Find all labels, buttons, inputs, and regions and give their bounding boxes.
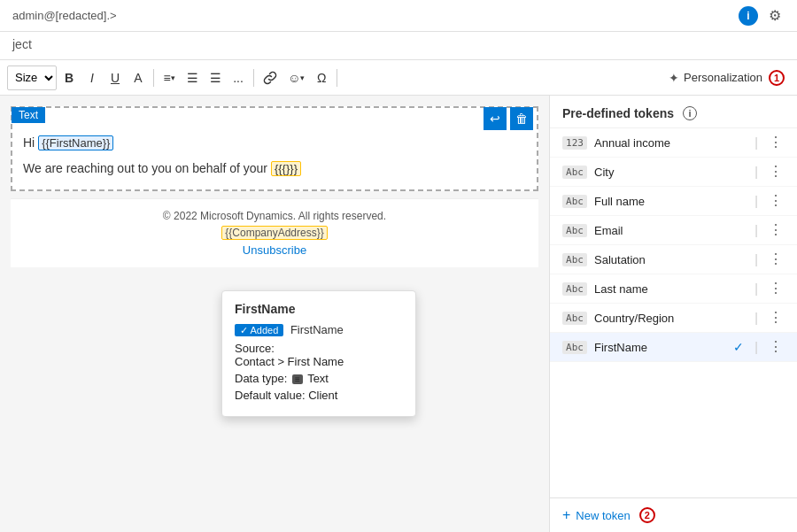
font-color-button[interactable]: A (128, 66, 149, 90)
source-value: Contact > First Name (235, 355, 344, 368)
datatype-label: Data type: (235, 372, 287, 385)
new-token-plus-icon: + (562, 507, 570, 523)
token-separator: | (754, 281, 758, 296)
align-button[interactable]: ≡▾ (159, 66, 180, 90)
unordered-list-button[interactable]: ☰ (205, 66, 226, 90)
token-separator: | (754, 194, 758, 208)
token-name: Full name (594, 195, 746, 208)
toolbar-sep-2 (253, 69, 254, 87)
token-name: FirstName (594, 341, 726, 354)
token-type-icon: 123 (562, 136, 587, 150)
token-type-icon: Abc (562, 253, 587, 266)
token-item[interactable]: AbcCity|⋮ (550, 158, 797, 187)
block-actions: ↩ 🗑 (484, 107, 533, 130)
token-type-icon: Abc (562, 312, 587, 325)
token-item[interactable]: AbcFull name|⋮ (550, 187, 797, 216)
panel-title: Pre-defined tokens (562, 106, 674, 120)
default-value: Client (308, 389, 337, 402)
datatype-icon: ≡ (292, 374, 303, 384)
personalization-badge: 1 (769, 70, 785, 86)
email-content[interactable]: Hi {{FirstName}} We are reaching out to … (12, 108, 537, 189)
token-separator: | (754, 340, 758, 354)
token-menu-button[interactable]: ⋮ (767, 281, 785, 296)
right-panel: Pre-defined tokens i 123Annual income|⋮A… (549, 96, 797, 532)
main-area: Text ↩ 🗑 Hi {{FirstName}} We are reachin… (0, 96, 797, 532)
email-footer: © 2022 Microsoft Dynamics. All rights re… (11, 198, 538, 267)
token-check-icon: ✓ (733, 340, 744, 354)
subject-bar: ject (0, 32, 797, 60)
token-name: Country/Region (594, 312, 746, 325)
block-back-button[interactable]: ↩ (484, 107, 507, 130)
token-name: Email (594, 224, 746, 237)
tooltip-title: FirstName (235, 302, 403, 316)
size-select[interactable]: Size (7, 66, 57, 90)
token-separator: | (754, 311, 758, 325)
token-item[interactable]: AbcEmail|⋮ (550, 216, 797, 245)
hi-text: Hi (23, 135, 38, 150)
firstname-token[interactable]: {{FirstName}} (38, 135, 113, 150)
toolbar-sep-1 (153, 69, 154, 87)
token-menu-button[interactable]: ⋮ (767, 223, 785, 237)
ordered-list-button[interactable]: ☰ (182, 66, 203, 90)
user-email: admin@[redacted].> (12, 9, 117, 22)
more-button[interactable]: ... (228, 66, 249, 90)
text-block[interactable]: Text ↩ 🗑 Hi {{FirstName}} We are reachin… (11, 106, 538, 191)
token-type-icon: Abc (562, 224, 587, 237)
panel-info-icon[interactable]: i (683, 106, 697, 120)
source-label: Source: (235, 342, 275, 355)
token-name: Salutation (594, 253, 746, 266)
italic-button[interactable]: I (81, 66, 103, 90)
link-button[interactable] (259, 66, 282, 90)
gear-icon[interactable]: ⚙ (765, 6, 785, 26)
personalization-icon: ✦ (669, 71, 679, 85)
tooltip-default-row: Default value: Client (235, 389, 403, 402)
email-line-2: We are reaching out to you on behalf of … (23, 158, 526, 179)
token-name: Last name (594, 282, 746, 296)
token-menu-button[interactable]: ⋮ (767, 194, 785, 208)
added-value: FirstName (290, 323, 344, 336)
top-bar: admin@[redacted].> i ⚙ (0, 0, 797, 32)
personalization-label: Personalization (684, 71, 762, 84)
token-list: 123Annual income|⋮AbcCity|⋮AbcFull name|… (550, 128, 797, 497)
token-menu-button[interactable]: ⋮ (767, 252, 785, 266)
subject-label: ject (12, 37, 32, 51)
token-item[interactable]: AbcLast name|⋮ (550, 274, 797, 304)
personalization-button[interactable]: ✦ Personalization 1 (663, 67, 790, 89)
token-item[interactable]: AbcSalutation|⋮ (550, 245, 797, 274)
new-token-label: New token (576, 509, 630, 522)
block-delete-button[interactable]: 🗑 (510, 107, 533, 130)
token-separator: | (754, 223, 758, 237)
tooltip-added-row: ✓ Added FirstName (235, 323, 403, 336)
token-type-icon: Abc (562, 341, 587, 354)
toolbar-sep-3 (337, 69, 337, 87)
token-type-icon: Abc (562, 282, 587, 296)
company-address-token[interactable]: {{CompanyAddress}} (221, 226, 327, 240)
token-item[interactable]: AbcFirstName✓|⋮ (550, 333, 797, 362)
token-menu-button[interactable]: ⋮ (767, 340, 785, 354)
token-type-icon: Abc (562, 195, 587, 208)
tooltip-datatype-row: Data type: ≡ Text (235, 372, 403, 385)
token-separator: | (754, 165, 758, 179)
token-type-icon: Abc (562, 166, 587, 179)
toolbar: Size B I U A ≡▾ ☰ ☰ ... ☺▾ Ω ✦ Personali… (0, 60, 797, 96)
token-item[interactable]: AbcCountry/Region|⋮ (550, 304, 797, 333)
token-item[interactable]: 123Annual income|⋮ (550, 128, 797, 158)
email-line-1: Hi {{FirstName}} (23, 133, 526, 153)
omega-button[interactable]: Ω (311, 66, 332, 90)
token-menu-button[interactable]: ⋮ (767, 135, 785, 150)
top-bar-actions: i ⚙ (739, 6, 785, 26)
emoji-button[interactable]: ☺▾ (283, 66, 309, 90)
new-token-button[interactable]: + New token 2 (550, 497, 797, 532)
tooltip-source-row: Source: Contact > First Name (235, 342, 403, 368)
unsubscribe-link[interactable]: Unsubscribe (243, 243, 306, 257)
token-menu-button[interactable]: ⋮ (767, 311, 785, 325)
placeholder-token[interactable]: {{{}}} (271, 161, 301, 176)
link-icon (263, 71, 277, 85)
datatype-value: Text (307, 372, 329, 385)
reaching-text: We are reaching out to you on behalf of … (23, 161, 271, 175)
underline-button[interactable]: U (104, 66, 126, 90)
bold-button[interactable]: B (58, 66, 80, 90)
token-menu-button[interactable]: ⋮ (767, 165, 785, 179)
editor-area[interactable]: Text ↩ 🗑 Hi {{FirstName}} We are reachin… (0, 96, 549, 532)
info-icon[interactable]: i (739, 6, 758, 26)
